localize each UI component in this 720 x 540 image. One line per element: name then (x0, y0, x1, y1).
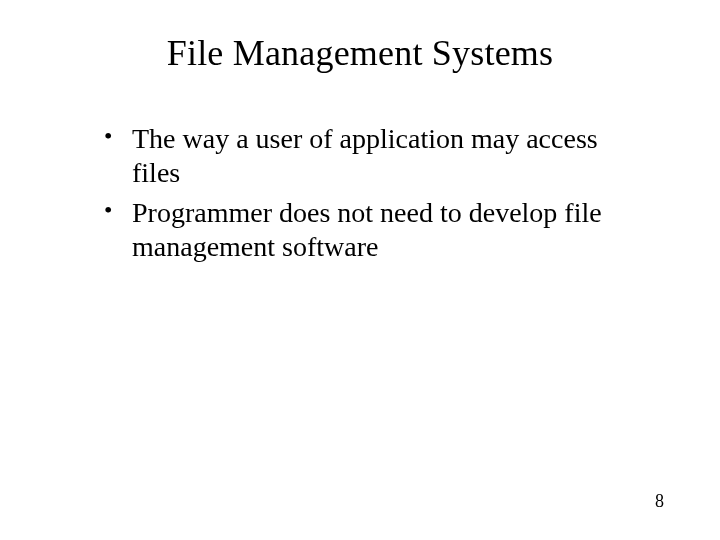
bullet-list: The way a user of application may access… (60, 122, 660, 265)
slide: File Management Systems The way a user o… (0, 0, 720, 540)
page-title: File Management Systems (60, 32, 660, 74)
list-item: The way a user of application may access… (132, 122, 660, 190)
page-number: 8 (655, 491, 664, 512)
list-item: Programmer does not need to develop file… (132, 196, 660, 264)
